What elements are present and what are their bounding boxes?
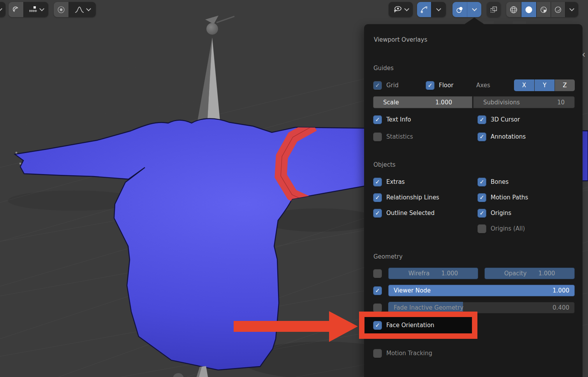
wireframe-label: Wirefra (408, 270, 430, 277)
grid-scale-field[interactable]: Scale 1.000 (373, 96, 472, 108)
text-info-label: Text Info (386, 116, 411, 123)
motion-tracking-label: Motion Tracking (386, 350, 432, 357)
viewer-node-checkbox[interactable] (373, 286, 382, 295)
gizmos-group (417, 2, 446, 17)
face-orientation-highlight: Face Orientation (364, 317, 472, 333)
snap-increments-icon (29, 6, 37, 14)
proportional-editing-icon (57, 6, 65, 14)
chevron-down-icon (0, 6, 2, 11)
viewer-node-slider[interactable]: Viewer Node 1.000 (388, 285, 575, 296)
show-gizmo-group (389, 2, 413, 17)
extras-checkbox[interactable] (373, 178, 382, 187)
grid-label: Grid (386, 82, 398, 89)
3d-cursor-label: 3D Cursor (491, 116, 520, 123)
fade-inactive-checkbox[interactable] (373, 303, 382, 312)
opacity-slider[interactable]: Opacity 1.000 (484, 268, 575, 279)
shading-mode-group (506, 2, 578, 17)
gizmos-toggle-button[interactable] (417, 2, 431, 17)
wireframe-checkbox[interactable] (373, 269, 382, 278)
toolbar-partial-dropdown[interactable] (0, 2, 5, 17)
chevron-down-icon (472, 6, 477, 11)
proportional-editing-toggle[interactable] (54, 2, 69, 17)
scale-label: Scale (383, 99, 399, 106)
axis-y-button[interactable]: Y (534, 79, 555, 91)
floor-label: Floor (439, 82, 453, 89)
relationship-lines-checkbox[interactable] (373, 193, 382, 202)
subdivisions-label: Subdivisions (483, 99, 520, 106)
fade-inactive-label: Fade Inactive Geometry (394, 304, 463, 311)
3d-cursor-checkbox[interactable] (477, 115, 486, 124)
axes-button-group: X Y Z (514, 79, 575, 91)
viewer-node-label: Viewer Node (394, 287, 431, 294)
grid-checkbox[interactable] (373, 81, 382, 90)
chevron-down-icon (39, 6, 44, 11)
floor-checkbox[interactable] (426, 81, 435, 90)
bones-checkbox[interactable] (477, 178, 486, 187)
face-orientation-checkbox[interactable] (373, 321, 382, 330)
axis-x-button[interactable]: X (514, 79, 534, 91)
subdivisions-value: 10 (557, 99, 565, 106)
wireframe-shading-button[interactable] (506, 2, 521, 17)
snap-button-group (9, 2, 48, 17)
show-gizmo-dropdown[interactable] (389, 2, 413, 17)
show-gizmo-icon (393, 5, 402, 14)
relationship-lines-label: Relationship Lines (386, 194, 439, 201)
falloff-dropdown[interactable] (69, 2, 96, 17)
chevron-down-icon (86, 6, 91, 11)
origins-checkbox[interactable] (477, 209, 486, 218)
objects-heading: Objects (373, 161, 396, 168)
overlays-toggle-button[interactable] (452, 2, 467, 17)
statistics-label: Statistics (386, 133, 413, 140)
viewport-overlays-panel: Viewport Overlays Guides Grid Floor Axes… (364, 24, 583, 377)
origins-all-checkbox[interactable] (477, 224, 486, 233)
overlays-icon (456, 5, 463, 14)
guides-heading: Guides (373, 65, 394, 72)
solid-shading-icon (525, 5, 533, 14)
bones-label: Bones (491, 178, 509, 185)
annotations-label: Annotations (491, 133, 526, 140)
grid-subdivisions-field[interactable]: Subdivisions 10 (473, 96, 575, 108)
fade-inactive-slider[interactable]: Fade Inactive Geometry 0.400 (388, 302, 575, 314)
solid-shading-button[interactable] (521, 2, 536, 17)
gizmos-icon (421, 5, 428, 14)
scale-value: 1.000 (435, 99, 452, 106)
blender-3d-viewport[interactable]: ‹ Viewport Overlays Guides Grid Floor Ax… (0, 0, 588, 377)
xray-icon (490, 5, 497, 14)
origins-all-label: Origins (All) (491, 225, 525, 232)
xray-toggle-button[interactable] (487, 2, 501, 17)
origins-label: Origins (491, 210, 511, 217)
face-orientation-label: Face Orientation (386, 322, 434, 329)
snap-settings-dropdown[interactable] (23, 2, 48, 17)
overlays-dropdown[interactable] (467, 2, 481, 17)
annotations-checkbox[interactable] (477, 132, 486, 141)
snap-toggle-button[interactable] (9, 2, 23, 17)
extras-label: Extras (386, 178, 405, 185)
proportional-edit-group (54, 2, 96, 17)
text-info-checkbox[interactable] (373, 115, 382, 124)
outline-selected-label: Outline Selected (386, 210, 435, 217)
geometry-heading: Geometry (373, 253, 403, 260)
viewer-node-value: 1.000 (553, 287, 569, 294)
gizmos-dropdown[interactable] (431, 2, 446, 17)
magnet-icon (12, 6, 20, 14)
shading-dropdown[interactable] (565, 2, 578, 17)
material-preview-button[interactable] (536, 2, 551, 17)
panel-title: Viewport Overlays (374, 36, 427, 43)
fade-inactive-value: 0.400 (553, 304, 569, 311)
falloff-curve-icon (75, 6, 84, 13)
motion-tracking-checkbox[interactable] (373, 349, 382, 358)
xray-group (487, 2, 501, 17)
opacity-value: 1.000 (538, 270, 555, 277)
rendered-shading-button[interactable] (551, 2, 565, 17)
motion-paths-checkbox[interactable] (477, 193, 486, 202)
motion-paths-label: Motion Paths (491, 194, 528, 201)
axis-z-button[interactable]: Z (555, 79, 575, 91)
axes-label: Axes (476, 82, 490, 89)
wireframe-slider[interactable]: Wirefra 1.000 (388, 268, 478, 279)
statistics-checkbox[interactable] (373, 132, 382, 141)
chevron-down-icon (569, 6, 574, 11)
wireframe-value: 1.000 (441, 270, 458, 277)
outline-selected-checkbox[interactable] (373, 209, 382, 218)
opacity-label: Opacity (504, 270, 527, 277)
wireframe-shading-icon (510, 5, 518, 14)
